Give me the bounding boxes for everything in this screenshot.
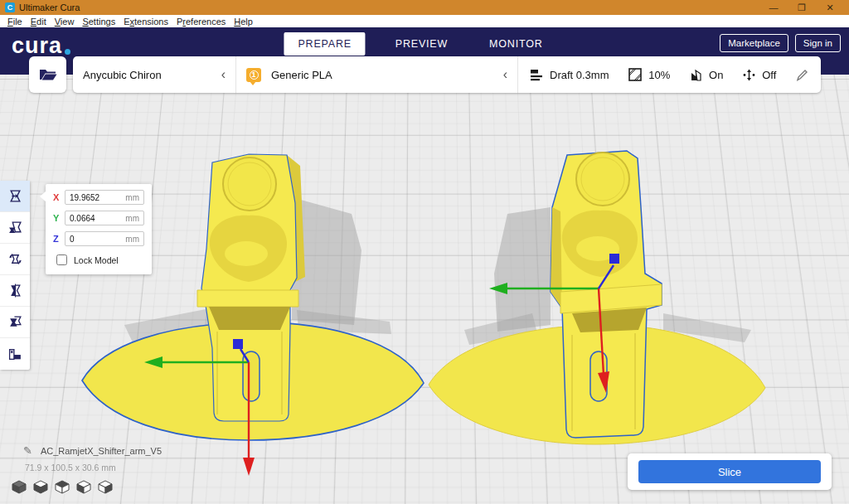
marketplace-button[interactable]: Marketplace	[720, 34, 788, 52]
configuration-toolbar: Anycubic Chiron ‹ 1 Generic PLA ‹ Draft …	[73, 56, 821, 93]
printer-selector[interactable]: Anycubic Chiron ‹	[73, 56, 236, 93]
action-panel: Slice	[628, 453, 832, 490]
per-model-settings-icon	[8, 315, 22, 329]
y-axis-label: Y	[53, 213, 60, 223]
menu-file[interactable]: File	[3, 17, 27, 27]
menu-edit[interactable]: Edit	[27, 17, 51, 27]
move-icon	[8, 189, 22, 203]
gizmo-handle-blue[interactable]	[233, 339, 243, 349]
infill-setting: 10%	[628, 68, 670, 81]
scale-tool-button[interactable]	[0, 212, 30, 244]
scale-icon	[8, 220, 22, 235]
model-info: ✎ AC_RamjetX_Shifter_arm_V5 71.9 x 100.5…	[23, 444, 162, 472]
z-position-row: Z mm	[53, 231, 144, 246]
rotate-icon	[8, 252, 22, 266]
x-position-input[interactable]	[70, 193, 122, 202]
window-controls: — ❐ ✕	[759, 2, 844, 13]
edit-pencil-icon	[796, 69, 808, 81]
z-position-input[interactable]	[70, 235, 122, 244]
support-setting: On	[690, 69, 723, 81]
menubar: FileEditViewSettingsExtensionsPreference…	[0, 15, 849, 27]
menu-preferences[interactable]: Preferences	[172, 17, 230, 27]
material-name: Generic PLA	[271, 69, 332, 81]
chevron-left-icon: ‹	[503, 68, 507, 81]
menu-settings[interactable]: Settings	[78, 17, 119, 27]
open-folder-icon	[39, 67, 57, 82]
support-label: On	[709, 69, 723, 81]
titlebar: C Ultimaker Cura — ❐ ✕	[0, 0, 849, 15]
slice-button[interactable]: Slice	[638, 460, 821, 483]
stage-tabs: PREPARE PREVIEW MONITOR	[284, 32, 554, 56]
view-3d-icon	[12, 480, 27, 494]
view-top-icon	[55, 480, 70, 494]
x-axis-label: X	[53, 192, 60, 202]
edit-settings-button[interactable]	[796, 69, 808, 81]
layer-height-icon	[531, 69, 543, 81]
model-name: AC_RamjetX_Shifter_arm_V5	[41, 446, 162, 456]
model-dimensions: 71.9 x 100.5 x 30.6 mm	[25, 463, 162, 472]
model-right[interactable]	[429, 151, 765, 444]
move-tool-button[interactable]	[0, 181, 30, 212]
sign-in-button[interactable]: Sign in	[795, 34, 841, 52]
minimize-button[interactable]: —	[759, 2, 788, 13]
y-position-row: Y mm	[53, 211, 144, 225]
viewport[interactable]	[0, 75, 849, 504]
y-field: mm	[65, 211, 144, 225]
cura-logo-dot-icon	[65, 49, 70, 55]
view-left-button[interactable]	[76, 480, 91, 494]
infill-icon	[628, 68, 642, 81]
adhesion-label: Off	[762, 69, 776, 81]
move-tool-panel: X mm Y mm Z mm Lock Model	[46, 184, 152, 274]
header-actions: Marketplace Sign in	[720, 34, 841, 52]
z-unit-label: mm	[125, 235, 139, 244]
y-position-input[interactable]	[70, 214, 122, 223]
view-right-button[interactable]	[98, 480, 113, 494]
lock-model-row: Lock Model	[56, 254, 144, 265]
tab-preview[interactable]: PREVIEW	[384, 32, 459, 56]
menu-view[interactable]: View	[51, 17, 79, 27]
scene-3d	[0, 75, 849, 504]
y-unit-label: mm	[125, 214, 139, 223]
printer-name: Anycubic Chiron	[83, 69, 162, 81]
view-right-icon	[98, 480, 113, 494]
support-blocker-icon	[8, 347, 22, 361]
tool-panel	[0, 181, 30, 370]
view-front-icon	[33, 480, 48, 494]
window-title: Ultimaker Cura	[19, 2, 80, 12]
view-left-icon	[76, 480, 91, 494]
rotate-tool-button[interactable]	[0, 244, 30, 275]
mirror-tool-button[interactable]	[0, 275, 30, 307]
x-unit-label: mm	[125, 193, 139, 202]
per-model-settings-button[interactable]	[0, 307, 30, 338]
support-blocker-button[interactable]	[0, 338, 30, 370]
app-logo-icon: C	[5, 2, 15, 12]
open-file-button[interactable]	[29, 56, 66, 93]
close-button[interactable]: ✕	[816, 2, 844, 13]
menu-extensions[interactable]: Extensions	[119, 17, 172, 27]
support-icon	[690, 69, 702, 81]
chevron-left-icon: ‹	[221, 68, 226, 81]
print-settings-selector[interactable]: Draft 0.3mm 10% On Off	[518, 56, 821, 93]
tab-monitor[interactable]: MONITOR	[478, 32, 554, 56]
lock-model-checkbox[interactable]	[56, 254, 67, 265]
cura-logo: cura	[12, 35, 70, 57]
view-3d-button[interactable]	[12, 480, 27, 494]
menu-help[interactable]: Help	[230, 17, 257, 27]
z-axis-label: Z	[53, 234, 60, 244]
view-front-button[interactable]	[33, 480, 48, 494]
layer-profile-label: Draft 0.3mm	[550, 69, 609, 81]
gizmo-handle-blue[interactable]	[609, 254, 619, 264]
z-field: mm	[65, 231, 144, 246]
layer-height-setting: Draft 0.3mm	[531, 69, 609, 81]
lock-model-label: Lock Model	[74, 255, 119, 265]
material-selector[interactable]: 1 Generic PLA ‹	[236, 56, 518, 93]
tab-prepare[interactable]: PREPARE	[284, 32, 365, 56]
infill-label: 10%	[648, 69, 670, 81]
camera-view-buttons	[12, 480, 113, 494]
rename-model-icon[interactable]: ✎	[23, 444, 32, 457]
maximize-button[interactable]: ❐	[788, 2, 816, 13]
adhesion-icon	[743, 69, 755, 81]
x-field: mm	[65, 190, 144, 205]
view-top-button[interactable]	[55, 480, 70, 494]
extruder-badge-icon: 1	[246, 68, 261, 82]
